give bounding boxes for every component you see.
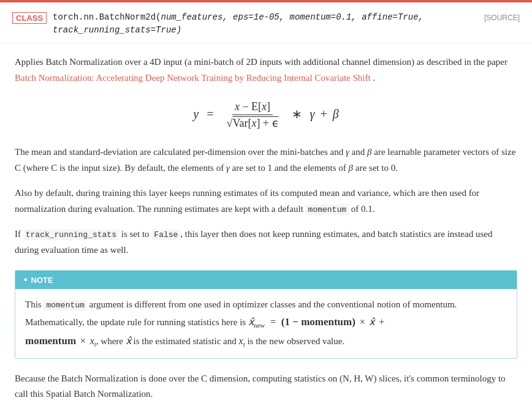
momentum-code: momentum xyxy=(306,205,349,215)
track-running-stats-code: track_running_stats xyxy=(23,230,119,240)
description-para4: If track_running_stats is set to False, … xyxy=(15,227,517,258)
class-badge: CLASS xyxy=(12,12,47,24)
x-hat: x̂ xyxy=(369,317,374,327)
x-t2: xt xyxy=(239,336,245,346)
note-title: NOTE xyxy=(31,276,53,285)
paper-link[interactable]: Batch Normalization: Accelerating Deep N… xyxy=(15,73,371,83)
class-signature: torch.nn.BatchNorm2d(num_features, eps=1… xyxy=(53,11,424,37)
formula-parens: (1 − momentum) xyxy=(281,316,355,328)
class-header-left: CLASS torch.nn.BatchNorm2d(num_features,… xyxy=(12,11,424,37)
class-header: CLASS torch.nn.BatchNorm2d(num_features,… xyxy=(0,2,532,43)
plus-sign: + xyxy=(379,317,384,327)
note-header: • NOTE xyxy=(15,271,517,289)
times-sign2: × xyxy=(80,336,86,346)
note-text: This momentum argument is different from… xyxy=(25,296,507,351)
description-para3: Also by default, during training this la… xyxy=(15,186,517,217)
x-t: xt xyxy=(90,336,96,346)
description-para5: Because the Batch Normalization is done … xyxy=(15,371,517,402)
description-para2: The mean and standard-deviation are calc… xyxy=(15,145,517,176)
momentum-word: momentum xyxy=(25,335,76,347)
note-content: This momentum argument is different from… xyxy=(15,289,517,358)
math-formula: y = x − E[x] √Var[x] + ϵ ∗ γ + β xyxy=(15,100,517,130)
note-box: • NOTE This momentum argument is differe… xyxy=(15,270,517,359)
false-code: False xyxy=(151,230,180,240)
signature-class-name: torch.nn.BatchNorm2d(num_features, eps=1… xyxy=(53,12,424,35)
description-para1: Applies Batch Normalization over a 4D in… xyxy=(15,55,517,86)
x-hat2: x̂ xyxy=(126,336,131,346)
times-sign: × xyxy=(360,317,365,327)
equals-formula: = xyxy=(270,317,276,327)
main-content: Applies Batch Normalization over a 4D in… xyxy=(0,43,532,406)
beta2: β xyxy=(349,163,353,173)
x-hat-new: x̂new xyxy=(248,317,265,327)
note-comma: , where xyxy=(96,336,126,346)
source-link[interactable]: [SOURCE] xyxy=(484,13,520,22)
note-momentum-code: momentum xyxy=(44,300,86,310)
note-bullet: • xyxy=(24,274,28,285)
